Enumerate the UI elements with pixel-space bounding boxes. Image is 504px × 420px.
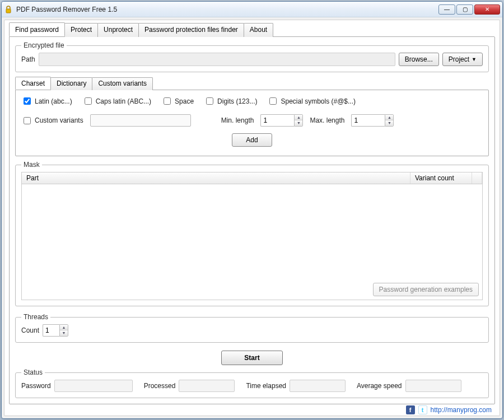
status-processed-label: Processed [144,382,176,390]
status-legend: Status [21,368,45,376]
maximize-button[interactable]: ▢ [456,4,473,15]
spin-down-icon[interactable]: ▼ [295,120,302,126]
threads-count-spinner[interactable]: ▲▼ [43,324,68,337]
status-processed-value [179,380,235,392]
tab-protection-finder[interactable]: Password protection files finder [138,23,244,37]
twitter-icon[interactable]: t [418,405,427,414]
special-checkbox[interactable]: Special symbols (#@$...) [267,96,356,106]
spin-up-icon[interactable]: ▲ [295,115,302,120]
spin-down-icon[interactable]: ▼ [60,330,68,336]
status-elapsed-label: Time elapsed [246,382,286,390]
status-password-value [54,380,133,392]
threads-count-label: Count [21,326,39,334]
charset-tabs: Charset Dictionary Custom variants [15,77,489,90]
mask-legend: Mask [21,161,42,169]
browse-button[interactable]: Browse... [399,53,439,66]
website-link[interactable]: http://manyprog.com [431,406,492,414]
tab-about[interactable]: About [244,23,273,37]
threads-group: Threads Count ▲▼ [15,313,489,343]
title-bar[interactable]: PDF Password Remover Free 1.5 — ▢ ✕ [2,2,502,17]
min-length-spinner[interactable]: ▲▼ [260,114,303,127]
charset-content: Latin (abc...) Caps latin (ABC...) Space… [15,90,489,156]
path-input[interactable] [39,53,395,66]
max-length-spinner[interactable]: ▲▼ [351,114,394,127]
project-button[interactable]: Project▼ [442,53,483,66]
mask-table-body[interactable]: Password generation examples [21,184,483,300]
digits-checkbox[interactable]: Digits (123...) [204,96,257,106]
tab-charset[interactable]: Charset [15,77,51,90]
max-length-label: Max. length [310,116,344,124]
close-button[interactable]: ✕ [474,4,500,15]
app-window: PDF Password Remover Free 1.5 — ▢ ✕ Find… [1,1,503,419]
threads-legend: Threads [21,313,50,321]
status-speed-label: Average speed [357,382,402,390]
custom-variants-checkbox[interactable]: Custom variants [21,115,83,126]
col-variant-count[interactable]: Variant count [410,172,472,184]
mask-group: Mask Part Variant count Password generat… [15,161,489,306]
footer: f t http://manyprog.com [9,404,495,414]
space-checkbox[interactable]: Space [161,96,194,106]
client-area: Find password Protect Unprotect Password… [4,20,500,416]
latin-checkbox[interactable]: Latin (abc...) [21,96,72,106]
mask-table-header: Part Variant count [21,172,483,184]
status-speed-value [405,380,461,392]
chevron-down-icon: ▼ [472,57,477,62]
tab-find-password[interactable]: Find password [9,22,65,36]
password-examples-button: Password generation examples [373,283,479,296]
tab-content: Encrypted file Path Browse... Project▼ C… [9,36,495,404]
col-part[interactable]: Part [22,172,410,184]
tab-unprotect[interactable]: Unprotect [97,23,139,37]
status-password-label: Password [21,382,51,390]
tab-protect[interactable]: Protect [64,23,98,37]
main-tabs: Find password Protect Unprotect Password… [9,23,495,37]
spin-up-icon[interactable]: ▲ [60,325,68,330]
minimize-button[interactable]: — [438,4,455,15]
start-button[interactable]: Start [221,351,282,365]
svg-rect-0 [6,9,11,13]
tab-dictionary[interactable]: Dictionary [50,77,92,90]
spin-up-icon[interactable]: ▲ [385,115,393,120]
encrypted-file-group: Encrypted file Path Browse... Project▼ [15,41,489,72]
status-group: Status Password Processed Time elapsed A… [15,368,489,398]
app-icon [4,5,13,14]
tab-custom-variants[interactable]: Custom variants [92,77,153,90]
spin-down-icon[interactable]: ▼ [385,120,393,126]
caps-checkbox[interactable]: Caps latin (ABC...) [82,96,151,106]
custom-variants-input[interactable] [90,114,191,127]
path-label: Path [21,55,35,63]
window-title: PDF Password Remover Free 1.5 [16,6,437,13]
add-button[interactable]: Add [232,133,272,147]
encrypted-file-legend: Encrypted file [21,41,67,49]
status-elapsed-value [290,380,346,392]
min-length-label: Min. length [221,116,254,124]
facebook-icon[interactable]: f [406,405,415,414]
col-spacer [472,172,482,184]
